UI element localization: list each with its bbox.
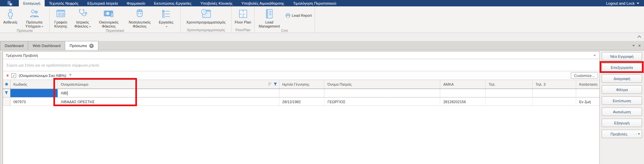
column-header-tel[interactable]: Τηλ. — [486, 80, 533, 88]
filter-criteria-text: (Ονοματεπώνυμο Σαν ΛΙΒ%) — [19, 74, 66, 78]
cell-kodikos: 097973 — [10, 98, 58, 106]
lead-management-button[interactable]: Lead Management — [255, 7, 283, 28]
views-dropdown-button[interactable] — [636, 133, 642, 135]
column-header-amka[interactable]: ΑΜΚΑ — [440, 80, 486, 88]
tab-prosopa[interactable]: Πρόσωπα × — [65, 41, 98, 50]
tab-web-dashboard[interactable]: Web Dashboard — [28, 41, 65, 50]
ribbon-group-label-peristatiko: Περιστατικό — [50, 28, 180, 33]
chevron-down-icon — [638, 133, 640, 135]
filter-criteria-bar: × ✓ (Ονοματεπώνυμο Σαν ΛΙΒ%) Customize..… — [3, 71, 599, 80]
asthenis-button[interactable]: Ασθενείς — [1, 7, 20, 28]
text-cursor — [67, 91, 67, 95]
grafeio-kinisis-button[interactable]: Γραφείο Κίνησης — [50, 7, 71, 28]
column-header-father-name[interactable]: Όνομα Πατρός — [324, 80, 440, 88]
ergasies-button[interactable]: Εργασίες — [156, 7, 177, 28]
print-button[interactable]: Εκτύπωση — [602, 96, 642, 105]
ribbon-tab-bar: Εισαγωγή Τεχνητός Νεφρός Εξωτερικά Ιατρε… — [19, 0, 340, 6]
remove-filter-icon[interactable]: × — [6, 73, 9, 78]
ribbon-tab-exoterika-iatreia[interactable]: Εξωτερικά Ιατρεία — [83, 0, 122, 6]
app-logo-icon — [0, 0, 19, 6]
ergasies-label: Εργασίες — [159, 20, 174, 28]
edit-button[interactable]: Επεξεργασία — [602, 63, 642, 72]
filter-cell-onomateponimo[interactable]: ΛΙΒ — [58, 89, 279, 97]
ribbon-tab-farmakeio[interactable]: Φαρμακείο — [122, 0, 149, 6]
view-indicator-icon — [5, 82, 8, 86]
new-record-button[interactable]: Νέα Εγγραφή — [602, 52, 642, 60]
asthenis-label: Ασθενείς — [3, 20, 18, 24]
column-header-kodikos[interactable]: Κωδικός — [10, 80, 58, 88]
ribbon-tab-texnitos-nefros[interactable]: Τεχνητός Νεφρός — [45, 0, 83, 6]
filter-funnel-icon[interactable] — [69, 74, 72, 77]
refresh-button[interactable]: Ανανέωση — [602, 108, 642, 116]
filter-input-value: ΛΙΒ — [61, 91, 67, 95]
prosopa-ypochreoi-label: Πρόσωπα Υπόχρεοι — [22, 20, 47, 28]
filter-cell-tel3[interactable] — [533, 89, 576, 97]
group-by-panel[interactable]: Σύρετε μια Στήλη για να ομαδοποιήσετε σύ… — [3, 59, 599, 71]
printer-icon — [285, 13, 290, 18]
patient-icon — [6, 8, 15, 19]
actions-panel: Νέα Εγγραφή Επεξεργασία Διαγραφή Φίλτρα … — [600, 50, 644, 164]
auto-filter-row: ΛΙΒ — [3, 89, 599, 97]
tab-dashboard[interactable]: Dashboard — [0, 41, 28, 50]
dropdown-caret-icon — [89, 26, 91, 27]
filter-cell-father-name[interactable] — [324, 89, 440, 97]
filters-button[interactable]: Φίλτρα — [602, 85, 642, 94]
current-view-header[interactable]: Τρέχουσα Προβολή — [3, 52, 599, 59]
tab-list-dropdown-icon[interactable] — [632, 45, 635, 46]
title-bar: Εισαγωγή Τεχνητός Νεφρός Εξωτερικά Ιατρε… — [0, 0, 644, 6]
active-filter-funnel-icon[interactable] — [274, 83, 277, 86]
current-view-title: Τρέχουσα Προβολή — [6, 53, 38, 57]
column-header-status[interactable]: Κατάσταση — [576, 80, 599, 88]
filter-cell-kodikos[interactable] — [10, 89, 58, 97]
ribbon-gap-strip — [0, 33, 644, 41]
column-header-tel3[interactable]: Τηλ. 3 — [533, 80, 576, 88]
ribbon-group-prosopa: Ασθενείς Πρόσωπα Υπόχρεοι Πρόσωπα — [0, 6, 50, 33]
header-indicator-cell — [3, 80, 10, 88]
column-header-birth-date[interactable]: Ημ/νία Γέννησης — [279, 80, 325, 88]
ribbon-tab-eisagogi[interactable]: Εισαγωγή — [19, 0, 45, 6]
views-split-button[interactable]: Προβολές — [602, 130, 642, 138]
floor-plan-label: Floor Plan — [235, 20, 251, 24]
export-button[interactable]: Εξαγωγή — [602, 119, 642, 127]
filter-enabled-checkbox[interactable]: ✓ — [11, 73, 16, 78]
ribbon-tab-ypovoles-aimokatharsis[interactable]: Υποβολές Αιμοκάθαρσης — [237, 0, 289, 6]
ribbon-group-label-floorplan: FloorPlan — [232, 28, 254, 33]
oikonomikos-fakelos-label: Οικονομικός Φάκελος — [96, 20, 122, 28]
logout-and-lock-button[interactable]: Logout and Lock — [601, 0, 644, 6]
lead-report-button[interactable]: Lead Report — [283, 12, 314, 18]
row-indicator-cell — [3, 98, 10, 106]
xronoprogrammatismos-button[interactable]: Χρονοπρογραμματισμός — [182, 7, 231, 28]
filter-cell-status[interactable] — [576, 89, 599, 97]
content-area: Τρέχουσα Προβολή Σύρετε μια Στήλη για να… — [0, 50, 644, 164]
cell-amka: 28128202156 — [440, 98, 486, 106]
tabstrip-close-icon[interactable]: × — [638, 44, 641, 47]
tab-close-icon[interactable]: × — [89, 44, 94, 48]
ribbon-group-floorplan: Floor Plan FloorPlan — [232, 6, 255, 33]
ribbon-tab-ypovoles-klinikis[interactable]: Υποβολές Κλινικής — [196, 0, 237, 6]
filter-cell-amka[interactable] — [440, 89, 486, 97]
delete-button[interactable]: Διαγραφή — [602, 74, 642, 83]
column-header-onomateponimo[interactable]: Ονοματεπώνυμο — [58, 80, 279, 88]
left-splitter-handle[interactable] — [0, 51, 2, 164]
nosileutikos-fakelos-label: Νοσηλευτικός Φάκελος — [125, 20, 154, 28]
nosileutikos-fakelos-button[interactable]: Νοσηλευτικός Φάκελος — [124, 7, 156, 28]
ribbon-tab-timologisi-peristatikou[interactable]: Τιμολόγηση Περιστατικού — [289, 0, 341, 6]
ribbon-group-label-xronoprogrammatismos: Χρονοπρογραμματισμός — [181, 28, 231, 33]
iatrikos-fakelos-button[interactable]: Ιατρικός Φάκελος — [71, 7, 94, 28]
view-dropdown-icon[interactable] — [593, 55, 596, 56]
customize-filter-button[interactable]: Customize... — [571, 72, 598, 79]
filter-cell-birth-date[interactable] — [279, 89, 325, 97]
ribbon: Ασθενείς Πρόσωπα Υπόχρεοι Πρόσωπα — [0, 6, 644, 33]
ribbon-tab-ektyposeis-ergasies[interactable]: Εκτυπώσεις-Εργασίες — [150, 0, 196, 6]
filter-cell-tel[interactable] — [486, 89, 533, 97]
logout-label: Logout and Lock — [606, 1, 635, 5]
grid-header-row: Κωδικός Ονοματεπώνυμο Ημ/νία Γέννησης Όν… — [3, 80, 599, 89]
oikonomikos-fakelos-button[interactable]: Οικονομικός Φάκελος — [94, 7, 124, 28]
cell-father-name: ΓΕΩΡΓΙΟΣ — [324, 98, 440, 106]
group-by-hint: Σύρετε μια Στήλη για να ομαδοποιήσετε σύ… — [6, 63, 99, 67]
sort-icon[interactable] — [268, 83, 272, 86]
prosopa-ypochreoi-button[interactable]: Πρόσωπα Υπόχρεοι — [20, 7, 48, 28]
floor-plan-button[interactable]: Floor Plan — [233, 7, 253, 28]
collapse-ribbon-icon[interactable] — [638, 35, 641, 38]
table-row[interactable]: 097973 ΛΙΒΑΔΑΣ ΟΡΕΣΤΗΣ 28/12/1982 ΓΕΩΡΓΙ… — [3, 98, 599, 106]
